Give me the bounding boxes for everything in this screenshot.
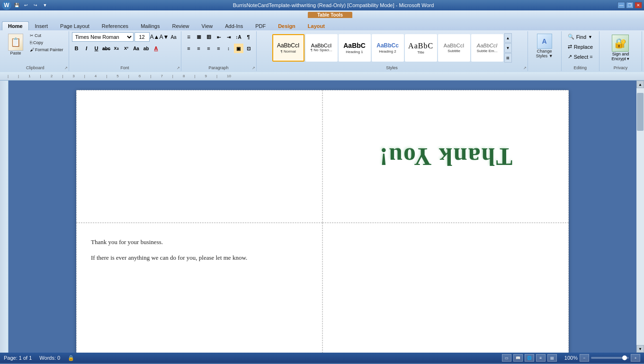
zoom-slider[interactable] (591, 357, 629, 359)
format-painter-btn[interactable]: 🖌 Format Painter (27, 46, 66, 53)
styles-scroll-down-btn[interactable]: ▼ (504, 43, 512, 53)
font-name-select[interactable]: Times New Roman (72, 32, 134, 42)
select-btn[interactable]: ↗ Select = (564, 52, 596, 61)
scroll-down-btn[interactable]: ▼ (636, 345, 644, 353)
styles-scroll-up-btn[interactable]: ▲ (504, 33, 512, 43)
close-btn[interactable]: ✕ (635, 2, 642, 9)
tab-review[interactable]: Review (166, 21, 195, 30)
multilevel-list-btn[interactable]: ⊞ (204, 32, 214, 42)
scroll-up-btn[interactable]: ▲ (636, 81, 644, 88)
underline-btn[interactable]: U (92, 44, 101, 53)
tab-design[interactable]: Design (272, 21, 302, 30)
quadrant-bottom-left[interactable]: Thank you for your business. If there is… (76, 223, 322, 353)
style-title-preview: AaBbC (408, 41, 433, 50)
scroll-thumb[interactable] (637, 93, 644, 131)
bold-btn[interactable]: B (72, 44, 81, 53)
redo-btn[interactable]: ↪ (31, 1, 40, 9)
change-case-btn[interactable]: Aa (170, 33, 178, 41)
style-subtitle[interactable]: AaBbCcI Subtitle (438, 34, 470, 62)
web-layout-view-btn[interactable]: 🌐 (525, 354, 534, 362)
restore-btn[interactable]: ❐ (626, 2, 634, 9)
document-page: Thank You! Thank you for your business. … (76, 90, 569, 353)
font-size-increase-btn[interactable]: A▲ (151, 33, 159, 41)
replace-icon: ⇄ (568, 44, 572, 50)
style-subtle-em[interactable]: AaBbCcI Subtle Em... (471, 34, 503, 62)
list-row: ≡ ≣ ⊞ ⇤ ⇥ ↕A ¶ (184, 32, 253, 42)
tab-references[interactable]: References (96, 21, 134, 30)
tab-mailings[interactable]: Mailings (134, 21, 166, 30)
styles-more-btn[interactable]: ⊞ (504, 53, 512, 63)
style-subtitle-preview: AaBbCcI (444, 43, 464, 49)
full-reading-view-btn[interactable]: 📖 (513, 354, 523, 362)
tab-pdf[interactable]: PDF (249, 21, 272, 30)
font-name-row: Times New Roman A▲ A▼ Aa (72, 32, 178, 42)
cut-btn[interactable]: ✂ Cut (27, 32, 66, 39)
align-center-btn[interactable]: ≡ (194, 44, 204, 53)
superscript-btn[interactable]: X² (122, 44, 131, 53)
minimize-btn[interactable]: — (617, 2, 625, 9)
table-tools-label: Table Tools (308, 12, 352, 18)
style-nospace-preview: AaBbCcI (311, 44, 331, 48)
align-left-btn[interactable]: ≡ (184, 44, 194, 53)
outline-view-btn[interactable]: ≡ (536, 354, 546, 362)
clear-format-btn[interactable]: Aa (132, 44, 141, 53)
highlight-btn[interactable]: ab (142, 44, 151, 53)
tab-add-ins[interactable]: Add-Ins (219, 21, 249, 30)
copy-btn[interactable]: ⎘ Copy (27, 39, 66, 46)
replace-btn[interactable]: ⇄ Replace (564, 42, 596, 51)
font-expand-icon[interactable]: ↗ (177, 66, 180, 70)
tab-layout[interactable]: Layout (302, 21, 331, 30)
line-spacing-btn[interactable]: ↕ (224, 44, 233, 53)
paragraph-expand-icon[interactable]: ↗ (252, 66, 255, 70)
strikethrough-btn[interactable]: abc (102, 44, 111, 53)
style-title[interactable]: AaBbC Title (405, 34, 437, 62)
customize-quick-btn[interactable]: ▼ (41, 1, 49, 9)
style-heading1[interactable]: AaBbC Heading 1 (339, 34, 371, 62)
decrease-indent-btn[interactable]: ⇤ (214, 32, 224, 42)
border-btn[interactable]: ⊡ (244, 44, 253, 53)
font-label: Font (69, 65, 181, 70)
tab-home[interactable]: Home (2, 21, 29, 30)
align-right-btn[interactable]: ≡ (204, 44, 214, 53)
shading-btn[interactable]: ▣ (234, 44, 243, 53)
privacy-content: 🔐 Sign and Encrypt ▾ (608, 32, 633, 70)
style-heading2[interactable]: AaBbCc Heading 2 (372, 34, 404, 62)
undo-btn[interactable]: ↩ (22, 1, 30, 9)
style-no-spacing[interactable]: AaBbCcI ¶ No Spaci... (305, 34, 338, 62)
sign-encrypt-btn[interactable]: 🔐 Sign and Encrypt ▾ (608, 32, 633, 64)
find-dropdown-arrow: ▼ (588, 35, 592, 39)
save-quick-btn[interactable]: 💾 (12, 1, 21, 9)
scroll-track[interactable] (636, 88, 644, 345)
italic-btn[interactable]: I (82, 44, 91, 53)
font-color-btn[interactable]: A (152, 44, 161, 53)
font-content: Times New Roman A▲ A▼ Aa B I U abc X₂ X²… (72, 32, 178, 70)
show-hide-btn[interactable]: ¶ (244, 32, 253, 42)
sign-encrypt-label: Sign and Encrypt ▾ (611, 52, 629, 61)
font-size-decrease-btn[interactable]: A▼ (160, 33, 169, 41)
print-layout-view-btn[interactable]: ▭ (502, 354, 511, 362)
title-bar-left: W 💾 ↩ ↪ ▼ (2, 0, 49, 10)
tab-view[interactable]: View (196, 21, 219, 30)
change-styles-btn[interactable]: A Change Styles ▼ (531, 32, 558, 60)
style-normal[interactable]: AaBbCcI ¶ Normal (272, 34, 304, 62)
tab-page-layout[interactable]: Page Layout (54, 21, 96, 30)
paste-button[interactable]: 📋 Paste (5, 32, 27, 57)
subscript-btn[interactable]: X₂ (112, 44, 121, 53)
tab-insert[interactable]: Insert (29, 21, 54, 30)
sort-btn[interactable]: ↕A (234, 32, 243, 42)
draft-view-btn[interactable]: ▤ (547, 354, 557, 362)
zoom-handle[interactable] (622, 355, 627, 360)
justify-btn[interactable]: ≡ (214, 44, 224, 53)
zoom-out-btn[interactable]: − (580, 354, 589, 362)
clipboard-expand-icon[interactable]: ↗ (64, 66, 68, 70)
paragraph-content: ≡ ≣ ⊞ ⇤ ⇥ ↕A ¶ ≡ ≡ ≡ ≡ ↕ ▣ ⊡ (184, 32, 253, 70)
find-btn[interactable]: 🔍 Find ▼ (564, 32, 596, 41)
font-size-input[interactable] (134, 32, 150, 42)
style-h1-preview: AaBbC (343, 42, 366, 50)
styles-expand-icon[interactable]: ↗ (523, 66, 527, 70)
zoom-in-btn[interactable]: + (631, 354, 640, 362)
unordered-list-btn[interactable]: ≡ (184, 32, 194, 42)
thank-you-container: Thank You! (379, 143, 513, 171)
increase-indent-btn[interactable]: ⇥ (224, 32, 233, 42)
ordered-list-btn[interactable]: ≣ (194, 32, 204, 42)
